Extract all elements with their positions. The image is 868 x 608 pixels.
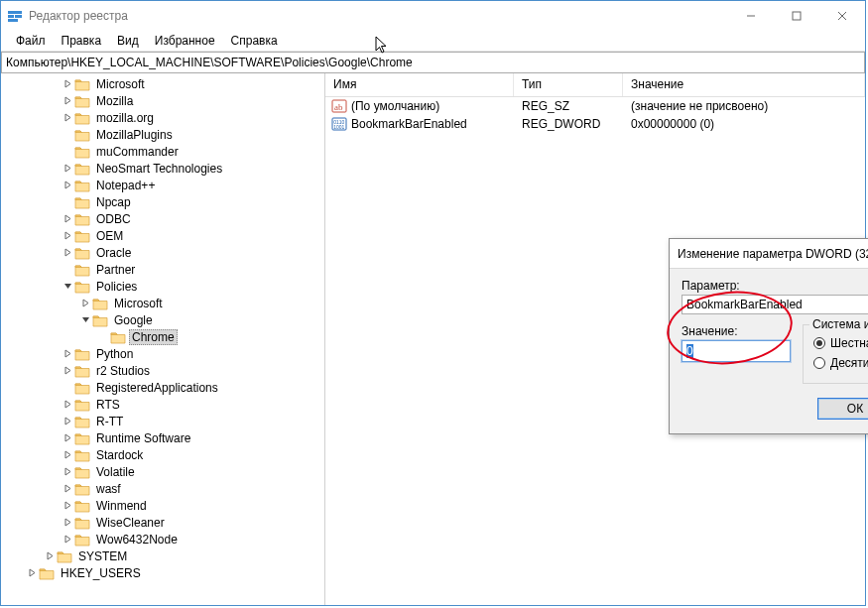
tree-item[interactable]: Npcap xyxy=(1,193,324,210)
menu-view[interactable]: Вид xyxy=(110,32,146,50)
folder-icon xyxy=(74,229,90,243)
tree-item-label: NeoSmart Technologies xyxy=(93,162,225,176)
tree-item-label: Npcap xyxy=(93,195,134,209)
tree-item[interactable]: Stardock xyxy=(1,446,324,463)
chevron-down-icon[interactable] xyxy=(61,280,74,294)
maximize-button[interactable] xyxy=(774,1,819,31)
menu-favorites[interactable]: Избранное xyxy=(148,32,222,50)
folder-icon xyxy=(74,347,90,361)
radio-dec-icon xyxy=(813,357,825,369)
chevron-right-icon[interactable] xyxy=(61,246,74,260)
tree-item[interactable]: r2 Studios xyxy=(1,362,324,379)
chevron-right-icon[interactable] xyxy=(61,482,74,496)
chevron-right-icon[interactable] xyxy=(78,297,92,310)
tree-item[interactable]: RTS xyxy=(1,396,324,413)
chevron-right-icon[interactable] xyxy=(61,448,74,462)
chevron-right-icon[interactable] xyxy=(61,229,74,243)
chevron-right-icon[interactable] xyxy=(61,212,74,226)
chevron-right-icon[interactable] xyxy=(61,398,74,412)
folder-icon xyxy=(74,77,90,91)
chevron-right-icon[interactable] xyxy=(61,364,74,378)
tree-item-label: RTS xyxy=(93,398,123,412)
tree-item-label: WiseCleaner xyxy=(93,516,168,530)
tree-item[interactable]: RegisteredApplications xyxy=(1,379,324,396)
tree-item[interactable]: Runtime Software xyxy=(1,429,324,446)
tree-item[interactable]: Chrome xyxy=(1,328,324,345)
folder-icon xyxy=(74,212,90,226)
tree-item[interactable]: OEM xyxy=(1,227,324,244)
tree-item[interactable]: Mozilla xyxy=(1,92,324,109)
ok-button[interactable]: ОК xyxy=(817,398,868,420)
folder-icon xyxy=(74,111,90,125)
tree-item[interactable]: SYSTEM xyxy=(1,547,324,564)
chevron-right-icon[interactable] xyxy=(61,499,74,513)
close-button[interactable] xyxy=(819,1,865,31)
tree-item[interactable]: R-TT xyxy=(1,413,324,429)
chevron-right-icon[interactable] xyxy=(61,94,74,108)
chevron-right-icon[interactable] xyxy=(61,162,74,176)
chevron-right-icon[interactable] xyxy=(61,415,74,428)
tree-pane[interactable]: MicrosoftMozillamozilla.orgMozillaPlugin… xyxy=(1,73,325,605)
menu-help[interactable]: Справка xyxy=(224,32,285,50)
folder-icon xyxy=(74,179,90,192)
tree-item[interactable]: Policies xyxy=(1,278,324,295)
tree-item[interactable]: MozillaPlugins xyxy=(1,126,324,143)
title-bar: Редактор реестра xyxy=(1,1,865,31)
tree-item[interactable]: muCommander xyxy=(1,143,324,160)
column-header[interactable]: Имя Тип Значение xyxy=(325,73,865,97)
minimize-button[interactable] xyxy=(728,1,774,31)
tree-item[interactable]: Winmend xyxy=(1,497,324,514)
tree-item[interactable]: Volatile xyxy=(1,463,324,480)
chevron-right-icon[interactable] xyxy=(61,465,74,479)
folder-icon xyxy=(74,94,90,108)
values-pane[interactable]: Имя Тип Значение ab(По умолчанию)REG_SZ(… xyxy=(325,73,865,605)
chevron-right-icon[interactable] xyxy=(61,111,74,125)
col-name[interactable]: Имя xyxy=(325,73,514,96)
value-row[interactable]: 01101001BookmarkBarEnabledREG_DWORD0x000… xyxy=(325,115,865,133)
tree-item[interactable]: HKEY_USERS xyxy=(1,564,324,581)
tree-item-label: Volatile xyxy=(93,465,138,479)
radio-dec[interactable]: Десятичная xyxy=(813,353,868,373)
address-bar[interactable]: Компьютер\HKEY_LOCAL_MACHINE\SOFTWARE\Po… xyxy=(1,52,865,73)
tree-item[interactable]: Partner xyxy=(1,261,324,278)
tree-item-label: Oracle xyxy=(93,246,134,260)
col-type[interactable]: Тип xyxy=(514,73,623,96)
tree-item[interactable]: Wow6432Node xyxy=(1,531,324,547)
chevron-right-icon[interactable] xyxy=(43,549,57,563)
chevron-right-icon[interactable] xyxy=(61,516,74,530)
tree-item[interactable]: Notepad++ xyxy=(1,177,324,193)
tree-item-label: mozilla.org xyxy=(93,111,157,125)
tree-item[interactable]: wasf xyxy=(1,480,324,497)
chevron-right-icon[interactable] xyxy=(61,179,74,192)
tree-item-label: Google xyxy=(111,313,156,327)
radio-hex[interactable]: Шестнадцатеричная xyxy=(813,333,868,353)
chevron-right-icon[interactable] xyxy=(25,566,39,580)
chevron-right-icon[interactable] xyxy=(61,431,74,445)
tree-item[interactable]: Oracle xyxy=(1,244,324,261)
tree-item-label: Stardock xyxy=(93,448,146,462)
tree-item[interactable]: Microsoft xyxy=(1,75,324,92)
folder-icon xyxy=(74,162,90,176)
chevron-right-icon[interactable] xyxy=(61,347,74,361)
chevron-down-icon[interactable] xyxy=(78,313,92,327)
folder-icon xyxy=(74,280,90,294)
tree-item[interactable]: ODBC xyxy=(1,210,324,227)
menu-file[interactable]: Файл xyxy=(9,32,53,50)
tree-item-label: HKEY_USERS xyxy=(58,566,144,580)
param-label: Параметр: xyxy=(682,279,868,293)
chevron-right-icon[interactable] xyxy=(61,533,74,547)
svg-rect-1 xyxy=(8,15,14,18)
tree-item[interactable]: NeoSmart Technologies xyxy=(1,160,324,177)
tree-item[interactable]: Microsoft xyxy=(1,295,324,311)
col-value[interactable]: Значение xyxy=(623,73,865,96)
value-row[interactable]: ab(По умолчанию)REG_SZ(значение не присв… xyxy=(325,97,865,115)
tree-item[interactable]: Google xyxy=(1,311,324,328)
menu-edit[interactable]: Правка xyxy=(55,32,109,50)
folder-icon xyxy=(74,263,90,277)
chevron-right-icon[interactable] xyxy=(61,77,74,91)
value-input[interactable] xyxy=(682,340,791,362)
folder-icon xyxy=(74,364,90,378)
tree-item[interactable]: WiseCleaner xyxy=(1,514,324,531)
tree-item[interactable]: Python xyxy=(1,345,324,362)
tree-item[interactable]: mozilla.org xyxy=(1,109,324,126)
